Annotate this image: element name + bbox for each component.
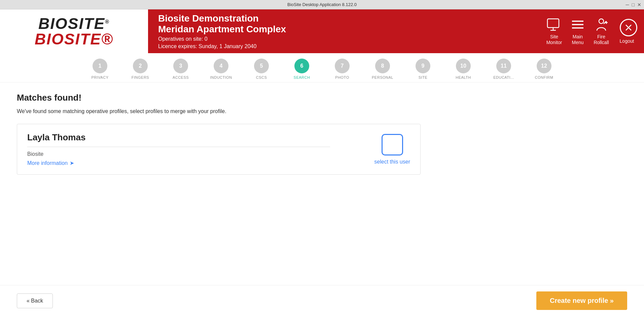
more-info-label: More information xyxy=(27,160,68,166)
company-name: Biosite Demonstration xyxy=(158,13,536,24)
select-user-checkbox[interactable] xyxy=(382,134,403,155)
step-induction[interactable]: 4INDUCTION xyxy=(201,59,241,79)
minimize-button[interactable]: ─ xyxy=(626,2,629,7)
step-circle-educati...: 11 xyxy=(496,59,511,73)
header: BIOSITE® BIOSITE® Biosite Demonstration … xyxy=(0,9,644,53)
step-circle-personal: 8 xyxy=(375,59,390,73)
main-menu-button[interactable]: MainMenu xyxy=(569,17,586,45)
step-educati...[interactable]: 11EDUCATI... xyxy=(484,59,524,79)
logout-label: Logout xyxy=(620,38,634,44)
page-description: We've found some matching operative prof… xyxy=(17,108,627,114)
step-label-privacy: PRIVACY xyxy=(92,75,109,79)
step-health[interactable]: 10HEALTH xyxy=(443,59,484,79)
site-name: Meridan Apartment Complex xyxy=(158,24,536,35)
step-label-photo: PHOTO xyxy=(335,75,349,79)
step-label-cscs: CSCS xyxy=(256,75,267,79)
fire-rollcall-icon xyxy=(593,17,610,32)
step-cscs[interactable]: 5CSCS xyxy=(241,59,282,79)
logout-button[interactable]: Logout xyxy=(616,19,637,44)
step-circle-confirm: 12 xyxy=(537,59,551,73)
title-bar: BioSite Desktop Application 8.122.0 ─ □ … xyxy=(0,0,644,9)
page-body: Matches found! We've found some matching… xyxy=(0,82,644,285)
step-confirm[interactable]: 12CONFIRM xyxy=(524,59,564,79)
profile-card-right: select this user xyxy=(374,134,410,165)
step-circle-photo: 7 xyxy=(335,59,350,73)
main-menu-label: MainMenu xyxy=(572,34,583,45)
reg-mark2: ® xyxy=(101,30,113,48)
step-circle-access: 3 xyxy=(173,59,188,73)
logo-line1: BIOSITE® xyxy=(38,16,110,31)
step-circle-search: 6 xyxy=(294,59,309,73)
step-circle-health: 10 xyxy=(456,59,471,73)
step-privacy[interactable]: 1PRIVACY xyxy=(80,59,120,79)
footer: « Back Create new profile » xyxy=(0,285,644,316)
logo-area: BIOSITE® BIOSITE® xyxy=(0,9,148,53)
svg-point-6 xyxy=(599,19,604,24)
step-circle-fingers: 2 xyxy=(133,59,148,73)
step-label-access: ACCESS xyxy=(173,75,189,79)
main-menu-icon xyxy=(569,17,586,32)
page-title: Matches found! xyxy=(17,93,627,103)
fire-rollcall-label: FireRollcall xyxy=(594,34,609,45)
svg-rect-0 xyxy=(547,19,559,28)
window-controls: ─ □ ✕ xyxy=(626,2,641,7)
step-personal[interactable]: 8PERSONAL xyxy=(362,59,403,79)
licence-expiry: Licence expires: Sunday, 1 January 2040 xyxy=(158,43,536,49)
step-site[interactable]: 9SITE xyxy=(403,59,443,79)
close-button[interactable]: ✕ xyxy=(637,2,641,7)
profile-name: Layla Thomas xyxy=(27,132,330,147)
reg-mark: ® xyxy=(105,19,110,25)
logout-circle xyxy=(620,19,637,36)
title-bar-text: BioSite Desktop Application 8.122.0 xyxy=(287,2,357,7)
step-circle-site: 9 xyxy=(416,59,430,73)
step-label-confirm: CONFIRM xyxy=(535,75,553,79)
chevron-right-icon: ➤ xyxy=(70,160,74,166)
fire-rollcall-button[interactable]: FireRollcall xyxy=(593,17,610,45)
step-label-educati...: EDUCATI... xyxy=(493,75,514,79)
step-label-induction: INDUCTION xyxy=(210,75,232,79)
create-profile-button[interactable]: Create new profile » xyxy=(536,291,627,310)
step-search[interactable]: 6SEARCH xyxy=(282,59,322,79)
step-photo[interactable]: 7PHOTO xyxy=(322,59,362,79)
profile-card: Layla Thomas Biosite More information ➤ … xyxy=(17,124,421,175)
profile-card-left: Layla Thomas Biosite More information ➤ xyxy=(27,132,330,166)
step-fingers[interactable]: 2FINGERS xyxy=(120,59,160,79)
site-monitor-label: SiteMonitor xyxy=(546,34,562,45)
step-label-fingers: FINGERS xyxy=(132,75,149,79)
header-actions: SiteMonitor MainMenu xyxy=(546,17,644,45)
step-label-site: SITE xyxy=(419,75,427,79)
site-monitor-icon xyxy=(546,17,563,32)
back-button[interactable]: « Back xyxy=(17,293,53,308)
logo-line2: BIOSITE® xyxy=(35,31,113,47)
step-label-health: HEALTH xyxy=(456,75,471,79)
step-label-personal: PERSONAL xyxy=(372,75,393,79)
profile-organisation: Biosite xyxy=(27,151,330,157)
header-info: Biosite Demonstration Meridan Apartment … xyxy=(148,13,546,49)
step-circle-cscs: 5 xyxy=(254,59,269,73)
maximize-button[interactable]: □ xyxy=(632,2,635,7)
steps-bar: 1PRIVACY2FINGERS3ACCESS4INDUCTION5CSCS6S… xyxy=(0,53,644,82)
more-info-link[interactable]: More information ➤ xyxy=(27,160,330,166)
step-circle-induction: 4 xyxy=(214,59,228,73)
step-circle-privacy: 1 xyxy=(93,59,107,73)
main-content: 1PRIVACY2FINGERS3ACCESS4INDUCTION5CSCS6S… xyxy=(0,53,644,316)
operatives-count: Operatives on site: 0 xyxy=(158,36,536,42)
site-monitor-button[interactable]: SiteMonitor xyxy=(546,17,563,45)
step-label-search: SEARCH xyxy=(294,75,310,79)
step-access[interactable]: 3ACCESS xyxy=(160,59,201,79)
select-user-label[interactable]: select this user xyxy=(374,159,410,165)
